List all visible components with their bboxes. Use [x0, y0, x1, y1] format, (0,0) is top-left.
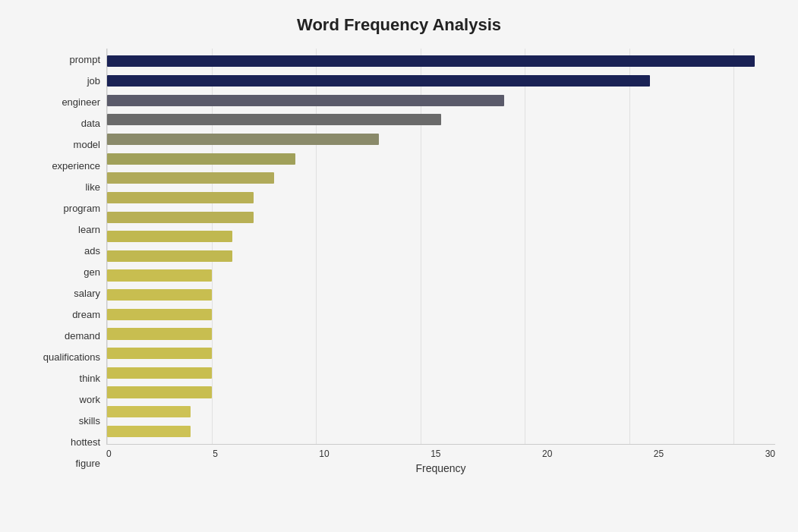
- y-label: engineer: [62, 97, 100, 107]
- y-label: qualifications: [43, 352, 100, 362]
- bar: [107, 348, 212, 359]
- y-label: model: [74, 140, 100, 150]
- bar: [107, 406, 191, 417]
- bar-row: [107, 168, 775, 188]
- y-label: gen: [84, 267, 100, 277]
- x-axis-label: Frequency: [106, 462, 775, 474]
- bar: [107, 134, 379, 145]
- y-label: experience: [52, 161, 100, 171]
- bar: [107, 426, 191, 437]
- bar: [107, 289, 212, 301]
- bar: [107, 192, 254, 203]
- bar-row: [107, 285, 775, 305]
- bar: [107, 114, 441, 125]
- bar-row: [107, 382, 775, 402]
- bar-row: [107, 227, 775, 247]
- y-label: like: [85, 182, 100, 192]
- bar-row: [107, 149, 775, 168]
- bar-row: [107, 207, 775, 227]
- bar-row: [107, 421, 775, 441]
- x-axis: 051015202530: [106, 445, 775, 459]
- bar-row: [107, 324, 775, 344]
- x-tick: 15: [431, 449, 440, 459]
- x-tick: 30: [765, 449, 775, 459]
- x-tick: 20: [542, 449, 552, 459]
- x-tick: 0: [106, 449, 112, 459]
- bar-row: [107, 344, 775, 364]
- y-label: prompt: [70, 55, 100, 65]
- bars-and-xaxis: 051015202530 Frequency: [106, 49, 775, 474]
- y-label: demand: [65, 331, 100, 341]
- bar: [107, 172, 274, 184]
- bars-inner: [107, 49, 775, 444]
- chart-title: Word Frequency Analysis: [23, 15, 775, 35]
- bar: [107, 55, 755, 67]
- y-label: ads: [84, 246, 100, 256]
- y-label: data: [81, 118, 100, 128]
- y-label: figure: [75, 458, 100, 468]
- bar-row: [107, 247, 775, 266]
- bar: [107, 95, 504, 106]
- bar: [107, 250, 232, 262]
- y-label: salary: [74, 288, 100, 298]
- bars-wrapper: [106, 49, 775, 445]
- bar: [107, 328, 212, 339]
- bar: [107, 269, 212, 281]
- bar-row: [107, 402, 775, 422]
- x-tick: 10: [319, 449, 329, 459]
- bar: [107, 75, 650, 87]
- bar-row: [107, 305, 775, 325]
- y-label: think: [80, 373, 100, 383]
- bar-row: [107, 90, 775, 110]
- chart-container: Word Frequency Analysis promptjobenginee…: [0, 0, 798, 532]
- bar-row: [107, 266, 775, 285]
- chart-area: promptjobengineerdatamodelexperiencelike…: [23, 49, 775, 474]
- y-label: skills: [79, 416, 100, 426]
- bar-row: [107, 188, 775, 208]
- bar: [107, 231, 232, 242]
- bar-row: [107, 364, 775, 383]
- bar: [107, 386, 212, 398]
- bar-row: [107, 71, 775, 91]
- y-label: dream: [72, 310, 100, 320]
- bar: [107, 309, 212, 320]
- x-tick: 5: [213, 449, 218, 459]
- y-label: learn: [78, 225, 100, 235]
- bar: [107, 367, 212, 379]
- y-label: job: [87, 76, 100, 86]
- y-label: hottest: [71, 437, 100, 447]
- bar-row: [107, 52, 775, 71]
- y-label: work: [80, 395, 100, 405]
- bar: [107, 212, 254, 223]
- bar-row: [107, 130, 775, 150]
- bar: [107, 153, 295, 165]
- x-tick: 25: [654, 449, 664, 459]
- y-label: program: [64, 203, 100, 213]
- bar-row: [107, 110, 775, 130]
- y-axis: promptjobengineerdatamodelexperiencelike…: [23, 49, 106, 474]
